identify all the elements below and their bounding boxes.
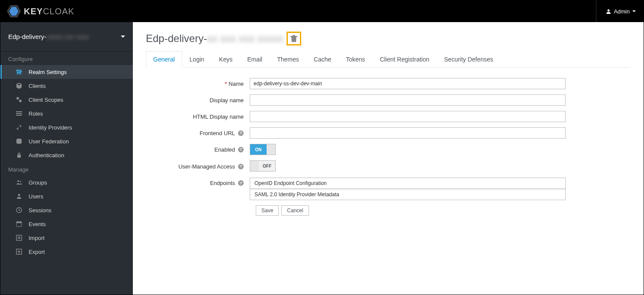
- nav-client-scopes[interactable]: Client Scopes: [0, 93, 133, 107]
- realm-selector[interactable]: Edp-delivery-xxxxx xxx xxxx: [0, 22, 133, 52]
- user-menu[interactable]: Admin: [596, 0, 636, 22]
- endpoint-openid[interactable]: OpenID Endpoint Configuration: [250, 178, 565, 188]
- svg-point-19: [18, 194, 20, 196]
- scopes-icon: [16, 96, 23, 103]
- database-icon: [16, 138, 23, 145]
- nav-label: Client Scopes: [29, 97, 63, 103]
- nav-export[interactable]: Export: [0, 245, 133, 259]
- svg-rect-5: [19, 69, 19, 75]
- svg-rect-9: [19, 71, 22, 72]
- tab-cache[interactable]: Cache: [306, 51, 338, 68]
- nav-authentication[interactable]: Authentication: [0, 148, 133, 162]
- sidebar: Edp-delivery-xxxxx xxx xxxx Configure Re…: [0, 22, 133, 295]
- svg-rect-16: [17, 155, 21, 158]
- enabled-toggle[interactable]: ON: [250, 144, 276, 155]
- html-display-input[interactable]: [250, 111, 566, 122]
- section-manage: Manage: [0, 162, 133, 175]
- svg-rect-23: [17, 221, 18, 222]
- tab-email[interactable]: Email: [240, 51, 270, 68]
- list-icon: [16, 110, 23, 117]
- nav-identity-providers[interactable]: Identity Providers: [0, 120, 133, 134]
- brand-text: KEYCLOAK: [24, 6, 74, 16]
- help-icon[interactable]: ?: [238, 180, 244, 186]
- tab-general[interactable]: General: [146, 51, 182, 68]
- clock-icon: [16, 207, 23, 214]
- chevron-down-icon: [121, 35, 125, 39]
- help-icon[interactable]: ?: [238, 130, 244, 136]
- nav-sessions[interactable]: Sessions: [0, 203, 133, 217]
- trash-icon: [290, 35, 297, 42]
- chevron-down-icon: [632, 10, 636, 13]
- svg-point-17: [17, 180, 19, 182]
- endpoint-saml[interactable]: SAML 2.0 Identity Provider Metadata: [250, 188, 565, 200]
- nav-label: Identity Providers: [29, 124, 72, 131]
- nav-label: Import: [29, 235, 45, 241]
- brand-logo[interactable]: KEYCLOAK: [6, 5, 74, 18]
- svg-point-10: [16, 97, 19, 100]
- nav-label: Users: [29, 193, 43, 200]
- export-icon: [16, 248, 23, 255]
- sliders-icon: [16, 68, 23, 75]
- nav-roles[interactable]: Roles: [0, 107, 133, 120]
- section-configure: Configure: [0, 52, 133, 65]
- svg-rect-14: [16, 115, 22, 116]
- uma-toggle[interactable]: OFF: [250, 160, 276, 172]
- tab-tokens[interactable]: Tokens: [338, 51, 372, 68]
- frontend-url-label: Frontend URL?: [146, 130, 250, 136]
- nav-clients[interactable]: Clients: [0, 79, 133, 93]
- user-label: Admin: [614, 8, 630, 15]
- svg-point-18: [20, 181, 21, 182]
- user-icon: [606, 9, 611, 14]
- nav-events[interactable]: Events: [0, 217, 133, 231]
- nav-label: Roles: [29, 110, 43, 117]
- tab-keys[interactable]: Keys: [212, 51, 240, 68]
- tab-security-defenses[interactable]: Security Defenses: [437, 51, 501, 68]
- realm-name-prefix: Edp-delivery-: [8, 33, 46, 40]
- nav-users[interactable]: Users: [0, 189, 133, 203]
- tab-login[interactable]: Login: [182, 51, 212, 68]
- toggle-handle: [267, 144, 275, 155]
- save-button[interactable]: Save: [256, 205, 279, 216]
- nav-import[interactable]: Import: [0, 231, 133, 245]
- svg-rect-4: [17, 69, 18, 75]
- nav-label: Sessions: [29, 207, 52, 214]
- display-name-input[interactable]: [250, 94, 566, 106]
- calendar-icon: [16, 220, 23, 227]
- svg-point-11: [19, 100, 22, 102]
- tab-client-registration[interactable]: Client Registration: [373, 51, 437, 68]
- nav-label: Events: [29, 221, 46, 227]
- nav-label: Authentication: [29, 152, 64, 159]
- lock-icon: [16, 152, 23, 159]
- tab-themes[interactable]: Themes: [270, 51, 306, 68]
- user-icon: [16, 193, 23, 200]
- toggle-on-label: ON: [250, 144, 267, 155]
- toggle-off-label: OFF: [259, 161, 275, 171]
- realm-form: *Name Display name HTML Display name Fro…: [146, 78, 622, 216]
- title-prefix: Edp-delivery-: [146, 32, 207, 44]
- svg-rect-8: [18, 72, 20, 73]
- nav-realm-settings[interactable]: Realm Settings: [0, 65, 133, 79]
- main-content: Edp-delivery-xx xxx xxx xxxxx General Lo…: [133, 22, 644, 295]
- nav-label: Clients: [29, 83, 46, 89]
- svg-point-3: [608, 10, 610, 12]
- group-icon: [16, 179, 23, 186]
- svg-rect-24: [20, 221, 21, 222]
- realm-name-redacted: xxxxx xxx xxxx: [46, 33, 89, 40]
- import-icon: [16, 234, 23, 241]
- svg-rect-22: [16, 222, 22, 223]
- nav-label: Realm Settings: [29, 69, 67, 75]
- keycloak-logo-icon: [6, 5, 21, 18]
- cube-icon: [16, 82, 23, 89]
- frontend-url-input[interactable]: [250, 127, 566, 139]
- page-title: Edp-delivery-xx xxx xxx xxxxx: [146, 32, 631, 45]
- name-label: *Name: [146, 81, 250, 87]
- help-icon[interactable]: ?: [238, 147, 244, 152]
- cancel-button[interactable]: Cancel: [281, 205, 309, 216]
- help-icon[interactable]: ?: [238, 164, 244, 169]
- name-input[interactable]: [250, 78, 566, 89]
- display-name-label: Display name: [146, 97, 250, 104]
- delete-realm-button[interactable]: [287, 32, 301, 45]
- exchange-icon: [16, 124, 23, 131]
- nav-groups[interactable]: Groups: [0, 175, 133, 189]
- nav-user-federation[interactable]: User Federation: [0, 134, 133, 148]
